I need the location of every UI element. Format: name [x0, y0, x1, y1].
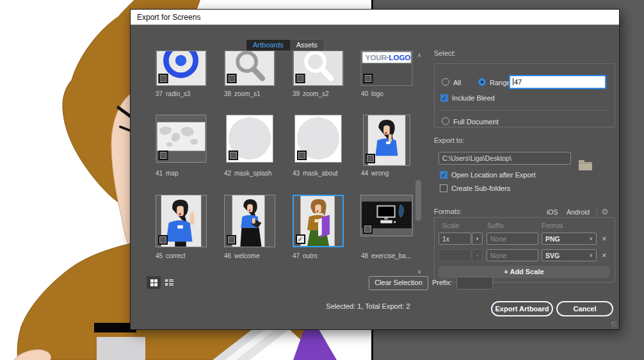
artboard-cell-44: 44wrong	[352, 115, 421, 195]
format-select[interactable]: SVG∨	[542, 249, 597, 261]
artboard-thumbnail[interactable]	[224, 51, 275, 86]
artboard-thumbnail[interactable]	[224, 195, 275, 247]
prefix-input[interactable]	[456, 277, 493, 290]
include-bleed-checkbox[interactable]	[440, 94, 448, 102]
artboard-checkbox[interactable]: ✓	[296, 234, 305, 244]
artboard-checkbox[interactable]	[229, 151, 238, 160]
create-subfolders-checkbox[interactable]	[440, 184, 447, 192]
range-input[interactable]: 47	[509, 75, 606, 89]
artboard-cell-41: 41map	[147, 115, 215, 195]
tab-artboards[interactable]: Artboards	[246, 40, 290, 51]
screen: { "dialog": { "title": "Export for Scree…	[0, 0, 644, 360]
scroll-down-icon[interactable]: ∨	[415, 268, 424, 275]
artboard-thumbnail[interactable]	[294, 115, 342, 163]
ios-preset-link[interactable]: iOS	[547, 208, 558, 216]
scale-dropdown-icon[interactable]: ▾	[472, 233, 483, 245]
resize-grip[interactable]	[611, 322, 617, 327]
divider	[597, 207, 597, 215]
artboard-caption: 47outro	[293, 252, 318, 259]
artboard-caption: 45correct	[156, 252, 186, 259]
artboard-thumbnail[interactable]	[293, 51, 343, 86]
artboard-checkbox[interactable]	[158, 235, 168, 245]
format-column-header: Format	[542, 222, 563, 229]
artboard-checkbox[interactable]	[297, 151, 307, 160]
grid-view-button[interactable]	[147, 276, 161, 289]
artboard-cell-45: 45correct	[147, 195, 215, 276]
export-path-input[interactable]: C:\Users\Liga\Desktop\	[439, 152, 571, 165]
scale-input[interactable]	[439, 249, 471, 261]
artboard-caption: 38zoom_s1	[224, 90, 261, 97]
artboard-thumbnail[interactable]	[156, 195, 207, 247]
export-artboard-button[interactable]: Export Artboard	[491, 301, 553, 316]
clear-selection-button[interactable]: Clear Selection	[369, 276, 428, 290]
artboard-caption: 48exercise_ba...	[361, 252, 411, 259]
artboard-checkbox[interactable]	[227, 74, 236, 83]
artboard-cell-37: 37radio_s3	[147, 51, 215, 115]
artboard-cell-48: 48exercise_ba...	[352, 195, 421, 276]
format-select[interactable]: PNG∨	[542, 233, 597, 245]
scale-dropdown-icon[interactable]: ▾	[472, 249, 483, 261]
dialog-titlebar[interactable]: Export for Screens	[131, 10, 619, 25]
scroll-up-icon[interactable]: ∧	[415, 52, 424, 58]
full-document-label: Full Document	[453, 118, 499, 126]
artboard-checkbox[interactable]	[227, 235, 236, 245]
gear-icon[interactable]: ⚙	[601, 208, 609, 216]
suffix-input[interactable]: None	[487, 249, 538, 261]
artboard-caption: 41map	[156, 170, 178, 177]
open-location-label: Open Location after Export	[451, 171, 535, 179]
suffix-input[interactable]: None	[487, 233, 538, 245]
folder-icon[interactable]	[579, 162, 592, 170]
full-document-radio[interactable]	[442, 117, 449, 125]
tab-assets[interactable]: Assets	[290, 40, 324, 51]
grid-view-icon	[150, 279, 157, 286]
open-location-checkbox[interactable]	[440, 171, 447, 179]
artboard-cell-42: 42mask_splash	[215, 115, 284, 195]
artboard-cell-38: 38zoom_s1	[215, 51, 284, 115]
gray-card	[97, 337, 145, 360]
export-for-screens-dialog: Export for Screens Artboards Assets 37ra…	[130, 9, 620, 330]
artboard-cell-46: 46welcome	[215, 195, 284, 276]
divider	[439, 110, 609, 111]
select-all-radio[interactable]	[442, 78, 449, 86]
scrollbar-thumb[interactable]	[415, 180, 421, 221]
artboard-checkbox[interactable]	[158, 74, 168, 83]
artboard-caption: 46welcome	[224, 252, 259, 259]
dialog-title: Export for Screens	[137, 13, 200, 22]
artboard-checkbox[interactable]	[295, 74, 305, 83]
create-subfolders-label: Create Sub-folders	[451, 184, 510, 192]
artboard-thumbnail[interactable]	[360, 195, 413, 236]
artboard-thumbnail[interactable]	[156, 51, 206, 86]
text-caret	[513, 78, 513, 85]
svg-text:·LOGO: ·LOGO	[386, 54, 410, 61]
select-range-radio[interactable]	[478, 78, 486, 86]
remove-format-button[interactable]: ×	[602, 234, 607, 243]
artboard-thumbnail[interactable]	[226, 115, 273, 163]
artboard-thumbnail[interactable]: ✓	[293, 195, 344, 247]
tab-bar: Artboards Assets	[246, 39, 325, 51]
artboard-checkbox[interactable]	[158, 151, 168, 160]
artboard-grid: 37radio_s338zoom_s139zoom_s2YOUR·LOGO40l…	[147, 51, 421, 276]
scale-input[interactable]: 1x	[439, 233, 471, 245]
artboard-cell-39: 39zoom_s2	[284, 51, 352, 115]
dialog-body: Artboards Assets 37radio_s338zoom_s139zo…	[131, 25, 619, 329]
formats-label: Formats:	[434, 208, 462, 215]
remove-format-button[interactable]: ×	[602, 251, 607, 259]
scale-column-header: Scale	[442, 222, 459, 229]
svg-text:YOUR: YOUR	[365, 54, 387, 61]
artboard-thumbnail[interactable]	[363, 115, 410, 166]
artboard-caption: 39zoom_s2	[293, 90, 329, 97]
cancel-button[interactable]: Cancel	[556, 301, 613, 316]
artboard-checkbox[interactable]	[363, 74, 373, 83]
select-section-label: Select:	[434, 49, 456, 57]
list-view-icon	[165, 279, 173, 286]
artboard-checkbox[interactable]	[363, 224, 373, 234]
android-preset-link[interactable]: Android	[567, 208, 590, 216]
artboard-caption: 40logo	[361, 90, 383, 97]
artboard-thumbnail[interactable]	[156, 115, 206, 163]
artboard-thumbnail[interactable]: YOUR·LOGO	[360, 51, 412, 86]
suffix-column-header: Suffix	[487, 222, 504, 229]
list-view-button[interactable]	[162, 276, 176, 289]
artboard-checkbox[interactable]	[366, 154, 375, 163]
prefix-label: Prefix:	[432, 279, 452, 286]
artboard-cell-43: 43mask_about	[284, 115, 352, 195]
